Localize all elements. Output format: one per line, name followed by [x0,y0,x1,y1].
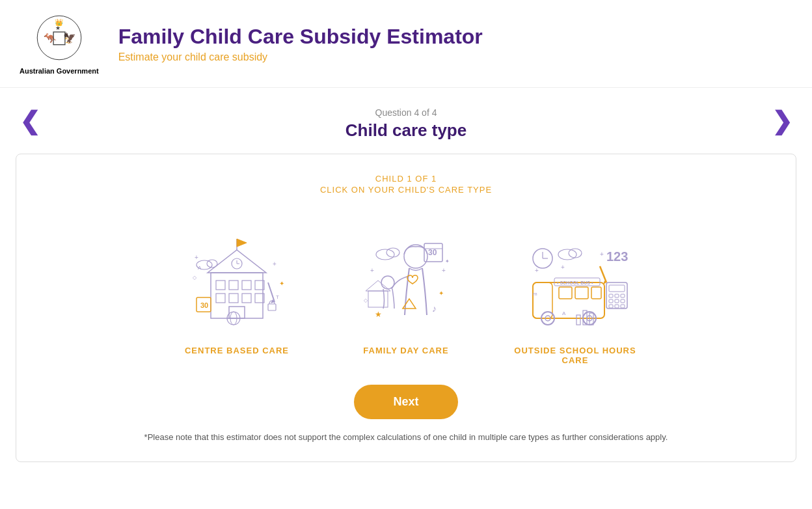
svg-rect-59 [591,287,601,299]
svg-text:T: T [276,294,279,300]
svg-line-27 [268,282,275,302]
svg-rect-56 [533,282,552,318]
svg-rect-80 [621,305,625,308]
subtitle-post: care subsidy [206,51,267,62]
next-button[interactable]: Next [354,385,457,419]
svg-text:+: + [561,264,565,271]
prev-arrow-button[interactable]: ❮ [13,107,47,135]
centre-based-care-icon: 30 + + ✦ ◇ A T [172,208,302,338]
app-subtitle: Estimate your child care subsidy [118,51,483,63]
subtitle-pre: Estimate your [118,51,185,62]
outside-school-hours-care-icon: • SCHOOL BUS • 123 [510,208,640,338]
svg-text:+: + [600,251,604,258]
child-info: CHILD 1 OF 1 CLICK ON YOUR CHILD'S CARE … [42,174,770,195]
svg-rect-10 [216,281,225,290]
svg-text:A: A [562,310,566,316]
svg-point-45 [376,249,394,260]
svg-text:♪: ♪ [432,303,437,314]
svg-point-46 [386,248,399,257]
svg-rect-11 [229,281,238,290]
child-count-text: CHILD 1 OF 1 [375,174,437,184]
svg-text:+: + [370,267,374,274]
centre-based-care-label: CENTRE BASED CARE [185,346,289,355]
svg-text:• SCHOOL BUS •: • SCHOOL BUS • [557,281,593,285]
instruction-pre: CLICK ON YOUR [320,185,398,195]
subtitle-highlight: child [185,51,206,62]
svg-rect-16 [242,294,251,303]
svg-text:+: + [195,254,198,261]
svg-text:✦: ✦ [279,280,284,287]
next-arrow-button[interactable]: ❯ [765,107,799,135]
svg-rect-73 [615,294,619,297]
svg-text:30: 30 [428,248,437,257]
family-day-care-label: FAMILY DAY CARE [363,346,448,355]
svg-text:👑: 👑 [55,18,64,27]
header-title-area: Family Child Care Subsidy Estimator Esti… [118,24,483,63]
svg-point-39 [381,276,394,289]
svg-rect-78 [609,305,613,308]
logo-text: Australian Government [20,66,99,76]
svg-rect-14 [216,294,225,303]
svg-rect-77 [621,299,625,303]
svg-rect-37 [268,304,276,310]
family-day-care-option[interactable]: 30 + + ✦ ◇ ♪ ★ ✦ FAMILY [334,208,478,365]
svg-rect-76 [615,299,619,303]
question-title: Child care type [345,120,467,141]
svg-text:30: 30 [200,301,208,309]
svg-text:+: + [535,267,539,274]
svg-text:★: ★ [55,25,61,31]
svg-text:✦: ✦ [445,258,450,264]
svg-rect-57 [559,287,572,299]
question-counter: Question 4 of 4 [375,107,437,118]
svg-text:+: + [273,260,277,268]
centre-based-care-option[interactable]: 30 + + ✦ ◇ A T [165,208,308,365]
instruction-post: CARE TYPE [435,185,492,195]
child-count: CHILD 1 OF 1 [42,174,770,184]
svg-rect-75 [609,299,613,303]
logo-area: 🦘 🦅 ★ 👑 Australian Government [20,12,99,76]
svg-rect-83 [576,315,580,325]
header: 🦘 🦅 ★ 👑 Australian Government Family Chi… [0,0,812,88]
svg-rect-71 [609,285,625,292]
instruction-highlight: CHILD'S [398,185,435,195]
next-button-area: Next [42,385,770,419]
disclaimer-note: *Please note that this estimator does no… [42,432,770,442]
svg-rect-74 [621,294,625,297]
main-card: CHILD 1 OF 1 CLICK ON YOUR CHILD'S CARE … [16,154,796,462]
family-day-care-icon: 30 + + ✦ ◇ ♪ ★ ✦ [341,208,471,338]
svg-line-81 [600,266,606,282]
svg-point-87 [569,249,582,258]
svg-rect-43 [368,291,388,307]
svg-marker-9 [237,239,247,247]
svg-text:◇: ◇ [193,275,197,281]
svg-text:🦘: 🦘 [44,32,57,44]
svg-text:◇: ◇ [364,297,368,303]
svg-rect-15 [229,294,238,303]
svg-text:m: m [533,291,537,297]
question-area: ❮ Question 4 of 4 Child care type ❯ [0,88,812,154]
svg-rect-79 [615,305,619,308]
svg-text:123: 123 [606,249,628,264]
care-options: 30 + + ✦ ◇ A T [42,208,770,365]
coat-of-arms-icon: 🦘 🦅 ★ 👑 [33,12,85,64]
svg-rect-58 [575,287,588,299]
svg-rect-72 [609,294,613,297]
svg-text:★: ★ [375,310,382,319]
instruction-text: CLICK ON YOUR CHILD'S CARE TYPE [42,185,770,195]
svg-text:✦: ✦ [439,290,444,297]
svg-rect-12 [242,281,251,290]
outside-school-hours-care-label: OUTSIDE SCHOOL HOURS CARE [504,346,647,365]
app-title: Family Child Care Subsidy Estimator [118,24,483,49]
svg-text:+: + [442,267,446,274]
outside-school-hours-care-option[interactable]: • SCHOOL BUS • 123 [504,208,647,365]
svg-point-86 [558,249,576,260]
